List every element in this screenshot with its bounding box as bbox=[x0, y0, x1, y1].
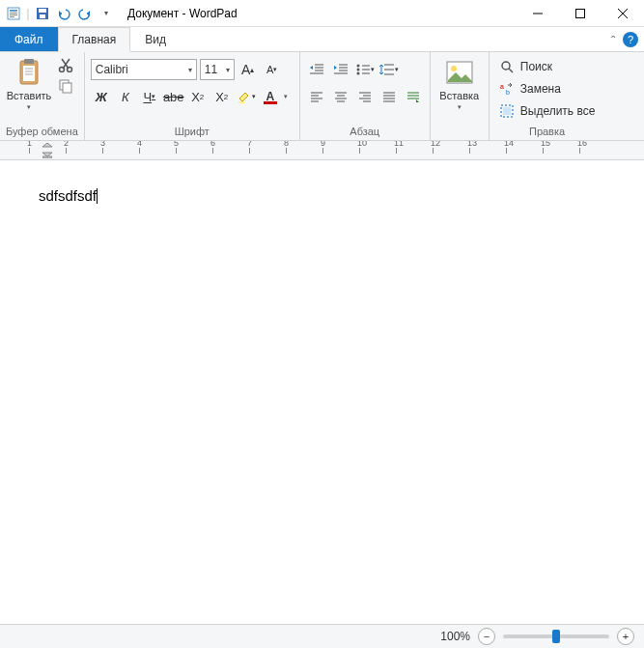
ribbon-collapse-icon[interactable]: ⌃ bbox=[609, 34, 617, 44]
find-button[interactable]: Поиск bbox=[495, 57, 600, 76]
document-area[interactable]: sdfsdfsdf bbox=[0, 160, 644, 606]
svg-rect-24 bbox=[238, 101, 244, 103]
ruler-tick: 14 bbox=[506, 148, 543, 154]
qat-separator: | bbox=[25, 4, 31, 23]
ruler-tick: 3 bbox=[102, 148, 139, 154]
svg-rect-1 bbox=[10, 10, 17, 12]
undo-icon[interactable] bbox=[54, 4, 73, 23]
chevron-down-icon: ▾ bbox=[226, 66, 230, 74]
underline-button[interactable]: Ч▾ bbox=[139, 86, 160, 107]
grow-font-button[interactable]: A▴ bbox=[238, 59, 259, 80]
svg-rect-14 bbox=[23, 66, 35, 81]
copy-icon[interactable] bbox=[56, 76, 75, 96]
svg-rect-69 bbox=[42, 156, 52, 158]
svg-rect-68 bbox=[503, 107, 511, 115]
svg-point-63 bbox=[502, 62, 510, 70]
strikethrough-button[interactable]: abe bbox=[163, 86, 184, 107]
app-icon bbox=[4, 4, 23, 23]
chevron-down-icon: ▾ bbox=[458, 103, 462, 111]
ruler-tick: 5 bbox=[176, 148, 212, 154]
tab-home[interactable]: Главная bbox=[58, 27, 131, 52]
select-all-button[interactable]: Выделить все bbox=[495, 101, 600, 121]
svg-rect-9 bbox=[576, 9, 585, 17]
zoom-label: 100% bbox=[440, 630, 470, 643]
help-icon[interactable]: ? bbox=[623, 32, 638, 47]
ruler-tick: 7 bbox=[249, 148, 286, 154]
ruler-tick: 2 bbox=[66, 148, 102, 154]
svg-text:b: b bbox=[506, 89, 510, 96]
cut-icon[interactable] bbox=[56, 55, 75, 74]
align-center-button[interactable] bbox=[330, 86, 351, 107]
svg-point-34 bbox=[356, 69, 359, 71]
ruler-tick: 4 bbox=[139, 148, 176, 154]
svg-rect-4 bbox=[10, 16, 14, 17]
ruler[interactable]: 12345678910111213141516 bbox=[0, 141, 644, 160]
ruler-tick: 12 bbox=[433, 148, 469, 154]
ruler-tick: 9 bbox=[322, 148, 359, 154]
tab-file[interactable]: Файл bbox=[0, 27, 58, 51]
subscript-button[interactable]: X2 bbox=[187, 86, 209, 107]
select-all-icon bbox=[499, 103, 515, 119]
status-bar: 100% − + bbox=[0, 624, 644, 648]
align-justify-button[interactable] bbox=[378, 86, 400, 107]
insert-button[interactable]: Вставка ▾ bbox=[436, 55, 483, 111]
svg-rect-3 bbox=[10, 14, 17, 15]
zoom-out-button[interactable]: − bbox=[478, 628, 495, 645]
tab-view[interactable]: Вид bbox=[130, 27, 181, 51]
svg-point-35 bbox=[356, 72, 359, 75]
svg-point-21 bbox=[68, 68, 72, 72]
increase-indent-button[interactable] bbox=[330, 59, 351, 80]
group-clipboard: Вставить ▾ Буфер обмена bbox=[0, 52, 85, 140]
chevron-down-icon: ▾ bbox=[188, 66, 192, 74]
svg-rect-23 bbox=[63, 83, 71, 93]
ruler-tick: 10 bbox=[359, 148, 396, 154]
align-right-button[interactable] bbox=[354, 86, 376, 107]
svg-point-62 bbox=[451, 66, 457, 71]
replace-button[interactable]: ab Замена bbox=[495, 79, 600, 99]
ruler-tick: 16 bbox=[579, 148, 616, 154]
close-button[interactable] bbox=[602, 0, 644, 27]
svg-rect-2 bbox=[10, 13, 17, 14]
text-cursor bbox=[97, 188, 98, 204]
group-paragraph: ▾ ▾ Абзац bbox=[300, 52, 431, 140]
maximize-button[interactable] bbox=[559, 0, 602, 27]
paste-button[interactable]: Вставить ▾ bbox=[6, 55, 52, 111]
save-icon[interactable] bbox=[33, 4, 52, 23]
chevron-down-icon: ▾ bbox=[27, 103, 31, 111]
italic-button[interactable]: К bbox=[115, 86, 136, 107]
group-editing: Поиск ab Замена Выделить все Правка bbox=[490, 52, 605, 140]
bold-button[interactable]: Ж bbox=[91, 86, 112, 107]
document-text: sdfsdfsdf bbox=[39, 187, 97, 204]
svg-rect-13 bbox=[24, 59, 34, 64]
picture-icon bbox=[444, 57, 475, 88]
svg-point-20 bbox=[60, 68, 65, 72]
shrink-font-button[interactable]: A▾ bbox=[262, 59, 283, 80]
line-spacing-button[interactable]: ▾ bbox=[378, 59, 400, 80]
svg-point-33 bbox=[356, 65, 359, 68]
svg-rect-7 bbox=[40, 14, 45, 18]
group-font: Calibri ▾ 11 ▾ A▴ A▾ Ж К Ч▾ abe X2 bbox=[85, 52, 300, 140]
font-color-button[interactable]: A bbox=[260, 86, 281, 107]
font-name-combo[interactable]: Calibri ▾ bbox=[91, 59, 197, 80]
font-size-combo[interactable]: 11 ▾ bbox=[200, 59, 235, 80]
ruler-tick: 13 bbox=[469, 148, 506, 154]
qat-customize-icon[interactable]: ▾ bbox=[97, 4, 116, 23]
highlight-button[interactable]: ▾ bbox=[236, 86, 257, 107]
svg-rect-6 bbox=[39, 9, 46, 13]
align-left-button[interactable] bbox=[306, 86, 327, 107]
zoom-in-button[interactable]: + bbox=[617, 628, 634, 645]
search-icon bbox=[499, 59, 515, 74]
decrease-indent-button[interactable] bbox=[306, 59, 327, 80]
minimize-button[interactable] bbox=[517, 0, 559, 27]
superscript-button[interactable]: X2 bbox=[211, 86, 233, 107]
ruler-tick: 8 bbox=[286, 148, 322, 154]
window-title: Документ - WordPad bbox=[120, 7, 517, 20]
bullet-list-button[interactable]: ▾ bbox=[354, 59, 376, 80]
zoom-slider[interactable] bbox=[503, 634, 609, 638]
redo-icon[interactable] bbox=[75, 4, 95, 23]
paragraph-dialog-button[interactable] bbox=[403, 86, 424, 107]
indent-marker[interactable] bbox=[42, 143, 52, 158]
chevron-down-icon[interactable]: ▾ bbox=[284, 93, 288, 100]
zoom-thumb[interactable] bbox=[552, 630, 560, 643]
svg-text:a: a bbox=[500, 83, 504, 90]
